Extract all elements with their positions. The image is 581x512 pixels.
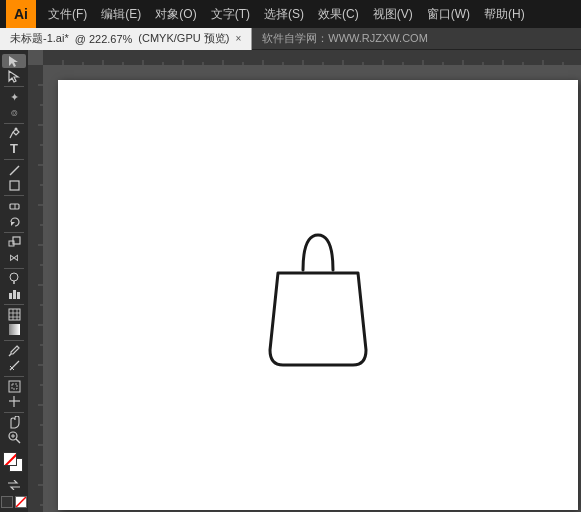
- magic-wand-tool[interactable]: ✦: [2, 90, 26, 104]
- zoom-tool[interactable]: [2, 431, 26, 445]
- tool-divider-8: [4, 340, 24, 341]
- canvas-area: [28, 50, 581, 512]
- menu-bar: 文件(F) 编辑(E) 对象(O) 文字(T) 选择(S) 效果(C) 视图(V…: [42, 4, 531, 25]
- tool-divider-7: [4, 304, 24, 305]
- svg-rect-24: [9, 381, 20, 392]
- lasso-tool[interactable]: ⌾: [2, 105, 26, 119]
- rotate-tool[interactable]: [2, 214, 26, 228]
- color-area: [0, 446, 28, 512]
- solid-color-icon[interactable]: [1, 496, 13, 508]
- fill-swatch[interactable]: [3, 452, 17, 466]
- tool-divider-3: [4, 159, 24, 160]
- eyedropper-tool[interactable]: [2, 343, 26, 357]
- menu-view[interactable]: 视图(V): [367, 4, 419, 25]
- tool-divider-1: [4, 86, 24, 87]
- column-graph-tool[interactable]: [2, 286, 26, 300]
- pen-tool[interactable]: [2, 126, 26, 140]
- tool-divider-2: [4, 123, 24, 124]
- tab-close-button[interactable]: ×: [235, 33, 241, 44]
- scale-tool[interactable]: [2, 235, 26, 249]
- eraser-tool[interactable]: [2, 199, 26, 213]
- svg-line-32: [4, 453, 17, 466]
- type-tool[interactable]: T: [2, 141, 26, 156]
- handbag-illustration: [218, 195, 418, 395]
- symbol-sprayer-tool[interactable]: [2, 271, 26, 285]
- svg-rect-20: [9, 324, 20, 335]
- svg-line-21: [9, 354, 11, 356]
- ai-logo: Ai: [6, 0, 36, 28]
- art-canvas: [58, 80, 578, 510]
- direct-selection-tool[interactable]: [2, 69, 26, 83]
- menu-object[interactable]: 对象(O): [149, 4, 202, 25]
- main-layout: ✦ ⌾ T: [0, 50, 581, 512]
- svg-line-29: [16, 439, 20, 443]
- ruler-vertical: [28, 65, 43, 512]
- svg-marker-0: [9, 56, 18, 67]
- tab-zoom: @ 222.67%: [75, 33, 133, 45]
- menu-file[interactable]: 文件(F): [42, 4, 93, 25]
- mesh-tool[interactable]: [2, 307, 26, 321]
- active-tab[interactable]: 未标题-1.ai* @ 222.67% (CMYK/GPU 预览) ×: [0, 28, 252, 50]
- blend-tool[interactable]: ⋈: [2, 250, 26, 264]
- svg-rect-14: [17, 292, 20, 299]
- tool-divider-5: [4, 232, 24, 233]
- svg-rect-34: [43, 50, 581, 65]
- selection-tool[interactable]: [2, 54, 26, 68]
- swap-colors-icon[interactable]: [7, 480, 21, 492]
- svg-point-2: [14, 127, 17, 130]
- menu-select[interactable]: 选择(S): [258, 4, 310, 25]
- menu-window[interactable]: 窗口(W): [421, 4, 476, 25]
- tab-bar: 未标题-1.ai* @ 222.67% (CMYK/GPU 预览) × 软件自学…: [0, 28, 581, 50]
- rectangle-tool[interactable]: [2, 178, 26, 192]
- measure-tool[interactable]: [2, 359, 26, 373]
- ruler-horizontal: [43, 50, 581, 65]
- svg-line-22: [10, 361, 19, 370]
- artboard-tool[interactable]: [2, 379, 26, 393]
- svg-rect-15: [9, 309, 20, 320]
- svg-line-3: [10, 166, 19, 175]
- tool-divider-9: [4, 376, 24, 377]
- svg-marker-7: [11, 222, 15, 226]
- site-info: 软件自学网：WWW.RJZXW.COM: [262, 31, 428, 46]
- toolbar: ✦ ⌾ T: [0, 50, 28, 512]
- title-bar: Ai 文件(F) 编辑(E) 对象(O) 文字(T) 选择(S) 效果(C) 视…: [0, 0, 581, 28]
- menu-text[interactable]: 文字(T): [205, 4, 256, 25]
- tab-colormode: (CMYK/GPU 预览): [138, 31, 229, 46]
- tool-divider-6: [4, 268, 24, 269]
- svg-rect-4: [10, 181, 19, 190]
- svg-point-10: [10, 273, 18, 281]
- menu-help[interactable]: 帮助(H): [478, 4, 531, 25]
- menu-edit[interactable]: 编辑(E): [95, 4, 147, 25]
- color-mode-row: [1, 496, 27, 508]
- tool-divider-4: [4, 195, 24, 196]
- line-tool[interactable]: [2, 163, 26, 177]
- tool-divider-10: [4, 412, 24, 413]
- svg-rect-12: [9, 293, 12, 299]
- hand-tool[interactable]: [2, 416, 26, 430]
- svg-rect-25: [12, 384, 17, 389]
- svg-marker-1: [9, 71, 18, 82]
- slice-tool[interactable]: [2, 395, 26, 409]
- tab-title: 未标题-1.ai*: [10, 31, 69, 46]
- menu-effect[interactable]: 效果(C): [312, 4, 365, 25]
- svg-rect-13: [13, 290, 16, 299]
- none-color-icon[interactable]: [15, 496, 27, 508]
- gradient-tool[interactable]: [2, 323, 26, 337]
- svg-line-33: [16, 497, 26, 507]
